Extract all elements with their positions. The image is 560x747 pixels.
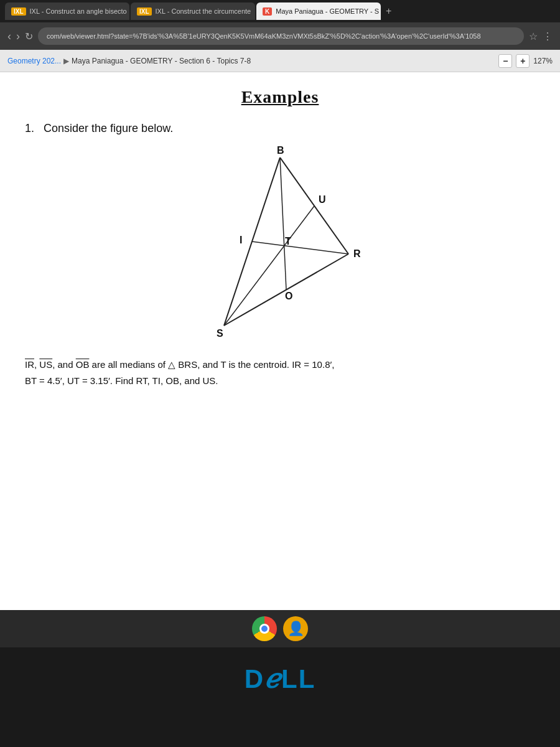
browser-chrome: IXL IXL - Construct an angle bisecto × I… — [0, 0, 560, 50]
back-button[interactable]: ‹ — [7, 30, 11, 43]
refresh-button[interactable]: ↻ — [25, 31, 33, 42]
zoom-in-button[interactable]: + — [516, 54, 530, 68]
label-O: O — [285, 291, 292, 301]
tab-3[interactable]: K Maya Paniagua - GEOMETRY - S × — [256, 2, 381, 20]
svg-line-5 — [280, 157, 286, 289]
page-title: Examples — [25, 87, 535, 107]
dell-logo-ll: LL — [281, 664, 315, 693]
address-bar: ‹ › ↻ com/web/viewer.html?state=%7B'ids'… — [0, 22, 560, 50]
menu-button[interactable]: ⋮ — [543, 31, 553, 42]
new-tab-button[interactable]: + — [382, 6, 395, 17]
tab-2[interactable]: IXL IXL - Construct the circumcente × — [131, 2, 255, 20]
breadcrumb-root[interactable]: Geometry 202... — [7, 57, 61, 65]
address-input[interactable]: com/web/viewer.html?state=%7B'ids'%3A%5B… — [38, 27, 524, 45]
dell-area: DℯLL — [0, 647, 560, 710]
dell-logo-text: D — [245, 664, 264, 693]
zoom-level: 127% — [533, 57, 553, 65]
tab3-favicon: K — [263, 7, 272, 16]
tab1-label: IXL - Construct an angle bisecto — [30, 7, 127, 15]
problem-intro: Consider the figure below. — [44, 122, 173, 134]
svg-line-1 — [224, 254, 348, 326]
content-area: Examples 1. Consider the figure below. B — [0, 72, 560, 610]
chrome-taskbar-icon[interactable] — [252, 616, 277, 641]
breadcrumb-bar: Geometry 202... ▶ Maya Paniagua - GEOMET… — [0, 50, 560, 72]
segment-OB: OB — [76, 359, 90, 370]
user-icon: 👤 — [287, 621, 304, 637]
label-R: R — [353, 248, 361, 259]
dell-logo: DℯLL — [245, 664, 316, 694]
breadcrumb-current: Maya Paniagua - GEOMETRY - Section 6 - T… — [72, 57, 251, 65]
taskbar-area: 👤 — [0, 610, 560, 647]
segment-US: US — [39, 359, 52, 370]
svg-line-4 — [224, 206, 314, 326]
tab-bar: IXL IXL - Construct an angle bisecto × I… — [0, 0, 560, 22]
user-taskbar-icon[interactable]: 👤 — [283, 616, 308, 641]
problem-text: IR, US, and OB are all medians of △ BRS,… — [25, 357, 535, 388]
label-B: B — [277, 145, 284, 156]
tab2-label: IXL - Construct the circumcente — [156, 7, 251, 15]
breadcrumb-separator: ▶ — [63, 57, 69, 65]
tab1-favicon: IXL — [11, 7, 26, 16]
geometry-figure: B U T R I O S — [168, 145, 392, 344]
zoom-out-button[interactable]: − — [498, 54, 512, 68]
dell-logo-ell: ℯ — [264, 664, 281, 693]
zoom-controls: − + 127% — [498, 54, 553, 68]
bookmark-button[interactable]: ☆ — [529, 31, 538, 42]
tab3-label: Maya Paniagua - GEOMETRY - S — [276, 7, 379, 15]
tab-1[interactable]: IXL IXL - Construct an angle bisecto × — [5, 2, 129, 20]
address-text: com/web/viewer.html?state=%7B'ids'%3A%5B… — [47, 32, 481, 40]
svg-line-3 — [252, 242, 348, 254]
label-U: U — [319, 194, 326, 205]
segment-IR: IR — [25, 359, 34, 370]
forward-button[interactable]: › — [16, 30, 20, 43]
label-T: T — [285, 236, 291, 247]
problem-number: 1. Consider the figure below. — [25, 122, 535, 135]
figure-container: B U T R I O S — [25, 145, 535, 344]
label-S: S — [217, 328, 223, 339]
tab2-favicon: IXL — [137, 7, 152, 16]
label-I: I — [240, 235, 242, 245]
